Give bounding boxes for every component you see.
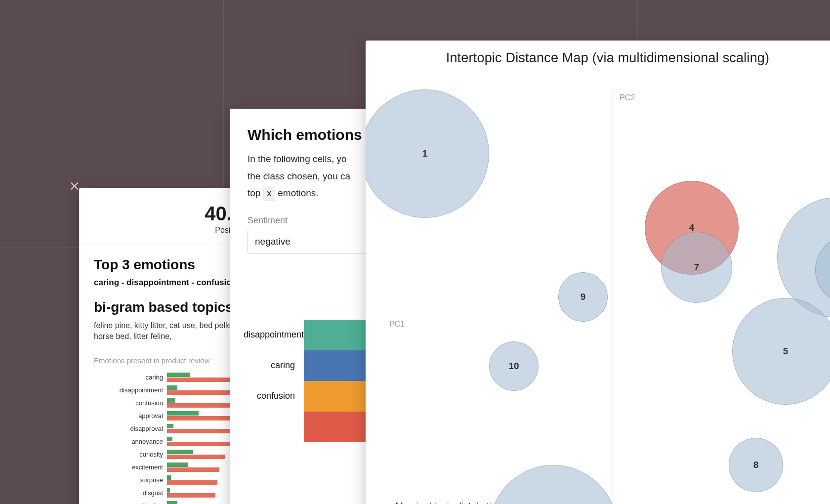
segment-label: confusion — [244, 391, 300, 401]
bar-label: realization — [118, 502, 167, 504]
bar-positive — [167, 398, 175, 403]
select-value: negative — [255, 236, 290, 247]
topic-bubble[interactable]: 2 — [489, 465, 618, 504]
bar-positive — [167, 488, 170, 493]
bar-negative — [167, 480, 217, 485]
bar-label: confusion — [118, 399, 167, 407]
bar-positive — [167, 501, 177, 504]
bar-positive — [167, 437, 172, 441]
desc-suffix: emotions. — [275, 188, 319, 198]
segment-label: disappointment — [244, 330, 300, 340]
topic-bubble[interactable]: 7 — [661, 232, 732, 303]
intertopic-plot[interactable]: PC2 PC1 Marginal topic distribution 1235… — [366, 71, 830, 504]
topic-bubble[interactable]: 5 — [732, 298, 830, 405]
bar-label: disgust — [118, 489, 167, 497]
bar-positive — [167, 462, 188, 467]
bar-label: disappointment — [118, 386, 167, 394]
topic-bubble[interactable]: 9 — [558, 272, 608, 322]
bar-positive — [167, 424, 173, 428]
bar-label: annoyance — [118, 438, 167, 445]
map-title: Intertopic Distance Map (via multidimens… — [366, 50, 830, 66]
bar-label: surprise — [118, 476, 167, 484]
bar-positive — [167, 450, 193, 454]
bar-label: excitement — [118, 463, 167, 471]
bar-positive — [167, 385, 177, 390]
bar-positive — [167, 475, 171, 480]
axis-label-pc2: PC2 — [620, 93, 635, 102]
bar-label: curiosity — [118, 451, 167, 458]
bar-negative — [167, 467, 219, 472]
code-token: x — [263, 187, 275, 201]
bar-label: approval — [118, 412, 167, 420]
bar-positive — [167, 373, 190, 377]
bar-label: caring — [118, 374, 167, 381]
segment-label: caring — [244, 360, 300, 371]
card-intertopic-map: Intertopic Distance Map (via multidimens… — [366, 41, 830, 504]
bar-negative — [167, 455, 225, 459]
axis-label-pc1: PC1 — [389, 320, 405, 329]
topic-bubble[interactable]: 1 — [366, 89, 489, 218]
topic-bubble[interactable]: 10 — [489, 341, 539, 391]
bar-label: disapproval — [118, 425, 167, 432]
close-icon[interactable]: ✕ — [69, 179, 80, 194]
desc-prefix: top — [248, 188, 263, 198]
bar-positive — [167, 411, 199, 416]
footnote: Marginal topic distribution — [395, 501, 501, 504]
axis-pc2 — [613, 90, 613, 504]
bar-negative — [167, 493, 215, 498]
topic-bubble[interactable]: 8 — [729, 438, 783, 492]
